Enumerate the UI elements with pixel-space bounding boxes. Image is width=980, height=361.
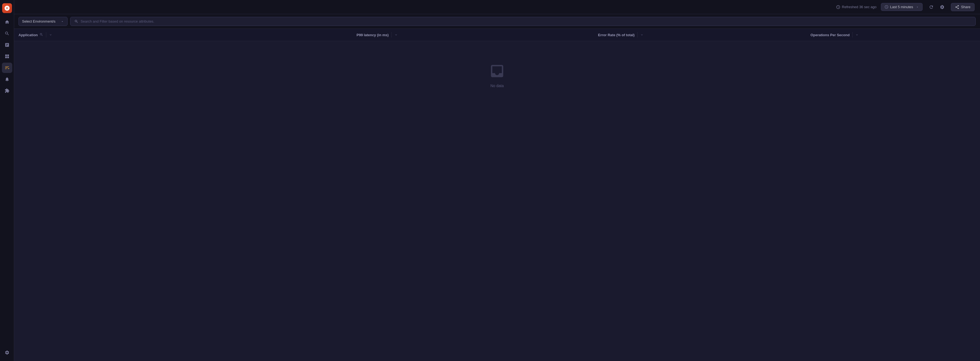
env-chevron-icon: [61, 20, 64, 23]
topbar: Refreshed 36 sec ago Last 5 minutes: [14, 0, 980, 14]
time-chevron-down-icon: [916, 5, 919, 9]
share-icon: [955, 5, 959, 9]
share-label: Share: [961, 5, 970, 9]
col-header-error-rate[interactable]: Error Rate (% of total): [594, 29, 806, 41]
home-icon: [5, 20, 10, 24]
reports-icon: [5, 43, 10, 48]
main-content: Refreshed 36 sec ago Last 5 minutes: [14, 0, 980, 361]
alerts-icon: [5, 77, 10, 82]
no-data-container: No data: [14, 41, 980, 110]
sidebar-item-search[interactable]: [2, 28, 12, 39]
col-application-sort-icon[interactable]: [49, 33, 52, 37]
sidebar-item-integrations[interactable]: [2, 86, 12, 96]
search-icon: [5, 31, 10, 36]
col-p99-label: P99 latency (in ms): [356, 33, 389, 37]
col-ops-sort-icon[interactable]: [855, 33, 859, 37]
col-ops-divider: [852, 32, 853, 38]
apm-table: Application: [14, 29, 980, 110]
clock-icon: [836, 5, 840, 9]
table-row: No data: [14, 41, 980, 110]
table-header: Application: [14, 29, 980, 41]
search-filter-icon: [74, 19, 78, 24]
refreshed-status: Refreshed 36 sec ago: [836, 5, 877, 9]
col-p99-divider: [391, 32, 392, 38]
sidebar-item-home[interactable]: [2, 17, 12, 27]
col-application-label: Application: [19, 33, 38, 37]
environment-selector[interactable]: Select Environment/s: [19, 17, 67, 26]
time-selector[interactable]: Last 5 minutes: [881, 3, 923, 11]
col-p99-sort-icon[interactable]: [395, 33, 398, 37]
search-filter-bar[interactable]: Search and Filter based on resource attr…: [70, 17, 976, 26]
refresh-button[interactable]: [927, 3, 935, 11]
sidebar-item-alerts[interactable]: [2, 74, 12, 84]
table-header-row: Application: [14, 29, 980, 41]
sidebar: [0, 0, 14, 361]
no-data-cell: No data: [14, 41, 980, 110]
col-application-divider: [46, 32, 46, 38]
col-error-label: Error Rate (% of total): [598, 33, 635, 37]
refreshed-text: Refreshed 36 sec ago: [842, 5, 877, 9]
logo-icon: [4, 5, 10, 11]
sidebar-item-settings[interactable]: [2, 347, 12, 358]
sidebar-item-apm[interactable]: [2, 63, 12, 73]
clock-small-icon: [885, 5, 889, 9]
settings-icon: [5, 350, 10, 355]
sidebar-item-dashboards[interactable]: [2, 51, 12, 62]
col-error-sort-icon[interactable]: [640, 33, 644, 37]
app-logo[interactable]: [2, 3, 12, 13]
refresh-icon: [929, 5, 934, 10]
inbox-icon: [489, 63, 505, 79]
settings-button[interactable]: [938, 3, 947, 11]
share-button[interactable]: Share: [951, 3, 975, 11]
topbar-actions: [927, 3, 947, 11]
search-placeholder: Search and Filter based on resource attr…: [81, 19, 154, 24]
settings-small-icon: [940, 5, 945, 10]
filterbar: Select Environment/s Search and Filter b…: [14, 14, 980, 29]
col-header-p99[interactable]: P99 latency (in ms): [352, 29, 594, 41]
sidebar-item-reports[interactable]: [2, 40, 12, 50]
env-selector-label: Select Environment/s: [22, 19, 56, 24]
table-body: No data: [14, 41, 980, 110]
col-error-divider: [637, 32, 638, 38]
no-data-text: No data: [490, 84, 504, 88]
col-header-application[interactable]: Application: [14, 29, 352, 41]
col-application-search-icon[interactable]: [40, 33, 43, 37]
table-container: Application: [14, 29, 980, 361]
integrations-icon: [5, 88, 10, 93]
col-ops-label: Operations Per Second: [810, 33, 850, 37]
dashboards-icon: [5, 54, 10, 59]
apm-icon: [5, 65, 10, 70]
col-header-ops[interactable]: Operations Per Second: [806, 29, 980, 41]
time-selector-label: Last 5 minutes: [890, 5, 913, 9]
